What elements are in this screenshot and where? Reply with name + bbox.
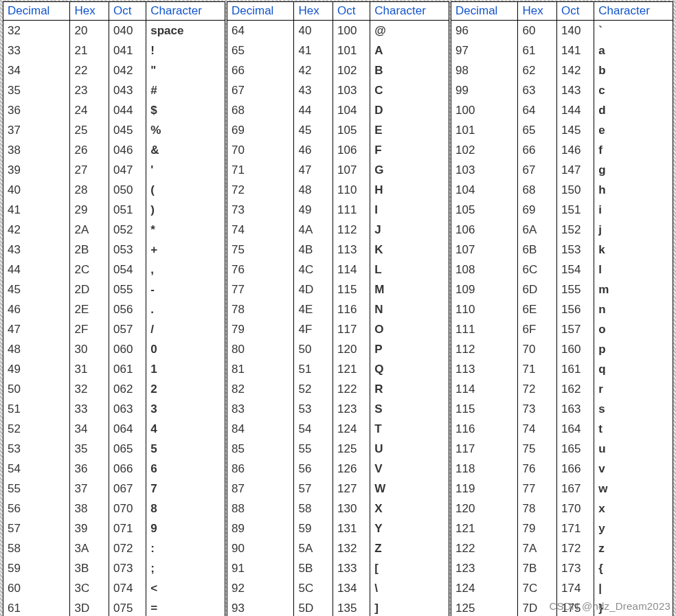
cell-hex: 2A (70, 220, 109, 240)
cell-oct: 075 (109, 598, 146, 616)
col-header-character: Character (146, 2, 225, 21)
table-row: 10266146f (451, 140, 673, 160)
cell-hex: 2C (70, 260, 109, 280)
cell-character: & (146, 140, 225, 160)
cell-decimal: 92 (227, 578, 294, 598)
table-row: 53350655 (3, 439, 225, 459)
cell-oct: 043 (109, 80, 146, 100)
cell-character: N (370, 299, 449, 319)
cell-hex: 36 (70, 459, 109, 479)
cell-hex: 4B (294, 240, 333, 260)
cell-oct: 171 (557, 518, 594, 538)
cell-oct: 144 (557, 100, 594, 120)
cell-hex: 49 (294, 200, 333, 220)
cell-hex: 57 (294, 479, 333, 499)
col-header-decimal: Decimal (227, 2, 294, 21)
cell-hex: 3D (70, 598, 109, 616)
cell-oct: 175 (557, 598, 594, 616)
cell-character: Q (370, 359, 449, 379)
table-row: 48300600 (3, 339, 225, 359)
col-header-character: Character (594, 2, 673, 21)
cell-character: V (370, 459, 449, 479)
cell-decimal: 65 (227, 41, 294, 60)
cell-hex: 21 (70, 41, 109, 60)
cell-hex: 7D (518, 598, 557, 616)
cell-character: ; (146, 558, 225, 578)
cell-oct: 146 (557, 140, 594, 160)
cell-decimal: 100 (451, 100, 518, 120)
cell-decimal: 38 (3, 140, 70, 160)
cell-decimal: 53 (3, 439, 70, 459)
cell-decimal: 79 (227, 319, 294, 339)
cell-oct: 140 (557, 21, 594, 41)
cell-character: ! (146, 41, 225, 60)
cell-oct: 066 (109, 459, 146, 479)
cell-character: \ (370, 578, 449, 598)
cell-decimal: 74 (227, 220, 294, 240)
cell-oct: 142 (557, 60, 594, 80)
col-header-character: Character (370, 2, 449, 21)
cell-decimal: 75 (227, 240, 294, 260)
cell-oct: 047 (109, 160, 146, 180)
cell-oct: 060 (109, 339, 146, 359)
cell-decimal: 43 (3, 240, 70, 260)
cell-character: | (594, 578, 673, 598)
table-row: 3624044$ (3, 100, 225, 120)
table-row: 8555125U (227, 439, 449, 459)
cell-character: space (146, 21, 225, 41)
cell-character: [ (370, 558, 449, 578)
cell-decimal: 118 (451, 459, 518, 479)
cell-character: H (370, 180, 449, 200)
cell-oct: 132 (333, 538, 370, 558)
cell-hex: 4A (294, 220, 333, 240)
table-row: 1247C174| (451, 578, 673, 598)
table-row: 462E056. (3, 299, 225, 319)
cell-character: h (594, 180, 673, 200)
cell-hex: 3C (70, 578, 109, 598)
table-row: 12078170x (451, 499, 673, 518)
cell-decimal: 105 (451, 200, 518, 220)
cell-decimal: 82 (227, 379, 294, 399)
cell-hex: 78 (518, 499, 557, 518)
cell-hex: 76 (518, 459, 557, 479)
cell-decimal: 49 (3, 359, 70, 379)
table-row: 8454124T (227, 419, 449, 439)
cell-decimal: 122 (451, 538, 518, 558)
table-row: 11270160p (451, 339, 673, 359)
cell-hex: 6B (518, 240, 557, 260)
cell-decimal: 103 (451, 160, 518, 180)
table-row: 935D135] (227, 598, 449, 616)
cell-character: w (594, 479, 673, 499)
table-row: 8858130X (227, 499, 449, 518)
cell-hex: 30 (70, 339, 109, 359)
cell-decimal: 116 (451, 419, 518, 439)
cell-hex: 41 (294, 41, 333, 60)
cell-decimal: 48 (3, 339, 70, 359)
cell-oct: 106 (333, 140, 370, 160)
cell-oct: 134 (333, 578, 370, 598)
cell-character: ) (146, 200, 225, 220)
cell-character: L (370, 260, 449, 280)
table-row: 603C074< (3, 578, 225, 598)
cell-character: Y (370, 518, 449, 538)
cell-decimal: 119 (451, 479, 518, 499)
table-row: 744A112J (227, 220, 449, 240)
table-row: 9660140` (451, 21, 673, 41)
cell-character: 4 (146, 419, 225, 439)
cell-character: Z (370, 538, 449, 558)
cell-hex: 5B (294, 558, 333, 578)
cell-oct: 156 (557, 299, 594, 319)
cell-hex: 61 (518, 41, 557, 60)
cell-hex: 7A (518, 538, 557, 558)
cell-hex: 65 (518, 120, 557, 140)
cell-hex: 4D (294, 280, 333, 299)
cell-hex: 52 (294, 379, 333, 399)
cell-hex: 35 (70, 439, 109, 459)
cell-decimal: 42 (3, 220, 70, 240)
cell-decimal: 54 (3, 459, 70, 479)
cell-decimal: 97 (451, 41, 518, 60)
cell-character: v (594, 459, 673, 479)
cell-character: F (370, 140, 449, 160)
cell-decimal: 123 (451, 558, 518, 578)
cell-decimal: 89 (227, 518, 294, 538)
